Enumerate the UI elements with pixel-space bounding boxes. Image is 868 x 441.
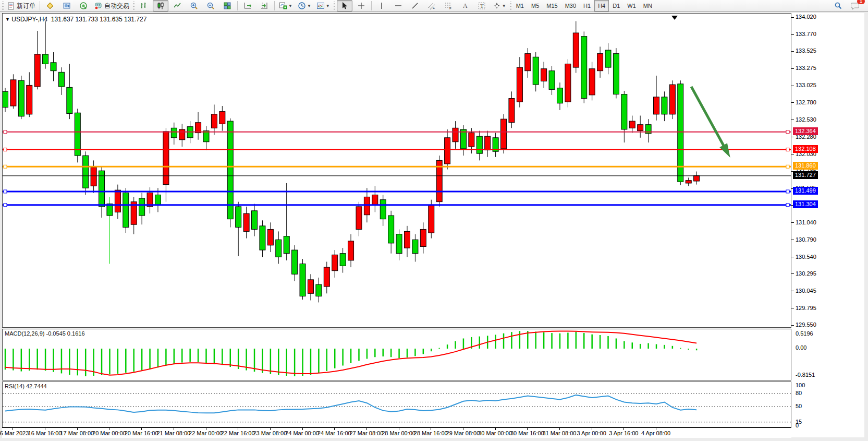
rsi-axis-label: 100 bbox=[796, 382, 805, 388]
price-axis-tick bbox=[791, 102, 794, 103]
cursor-arrow-icon bbox=[340, 2, 349, 10]
timeframe-W1[interactable]: W1 bbox=[624, 0, 640, 11]
price-axis-tick bbox=[791, 273, 794, 274]
tile-windows-button[interactable] bbox=[219, 0, 235, 11]
rsi-line bbox=[5, 395, 696, 413]
shift-marker-icon[interactable] bbox=[671, 16, 678, 20]
macd-axis-label: 0.00 bbox=[796, 344, 806, 351]
zoom-out-icon bbox=[206, 2, 215, 10]
equidistant-channel-icon: E bbox=[427, 2, 436, 10]
time-axis-label: 4 Apr 08:00 bbox=[632, 430, 679, 436]
price-axis-label: 131.040 bbox=[796, 219, 816, 225]
separator bbox=[40, 1, 40, 10]
price-axis-label: 133.025 bbox=[796, 82, 816, 88]
price-axis-tick bbox=[791, 154, 794, 154]
periods-button[interactable]: ▼ bbox=[296, 0, 313, 11]
symbol-header[interactable]: ▼ USDJPY-,H4 131.637 131.733 131.635 131… bbox=[5, 16, 146, 23]
timeframe-MN[interactable]: MN bbox=[640, 0, 656, 11]
crosshair-icon bbox=[357, 2, 365, 10]
timeframe-M5[interactable]: M5 bbox=[528, 0, 543, 11]
window-bottom-edge bbox=[0, 438, 868, 441]
macd-histogram bbox=[5, 331, 696, 376]
search-icon bbox=[834, 2, 842, 10]
chevron-down-icon: ▼ bbox=[326, 4, 330, 8]
zoom-in-icon bbox=[190, 2, 198, 10]
notifications-button[interactable]: 1 bbox=[847, 0, 863, 11]
trend-arrow[interactable] bbox=[691, 87, 730, 158]
price-axis-label: 129.795 bbox=[796, 305, 816, 311]
autotrade-label: 自动交易 bbox=[104, 2, 129, 10]
autotrade-icon bbox=[94, 2, 103, 10]
text-button[interactable]: A bbox=[457, 0, 473, 11]
trendline-icon bbox=[411, 2, 419, 10]
price-axis-tick bbox=[791, 240, 794, 240]
signal-icon bbox=[79, 2, 88, 10]
fibonacci-button[interactable]: F bbox=[441, 0, 456, 11]
chart-line-button[interactable] bbox=[169, 0, 185, 11]
horizontal-line-button[interactable] bbox=[390, 0, 406, 11]
timeframe-H4[interactable]: H4 bbox=[594, 0, 609, 11]
crosshair-button[interactable] bbox=[353, 0, 369, 11]
toolbar-drag-handle[interactable] bbox=[510, 2, 511, 10]
window-edge bbox=[864, 12, 868, 441]
search-button[interactable] bbox=[830, 0, 846, 11]
price-badge-131.304: 131.304 bbox=[793, 200, 818, 208]
horizontal-line-icon bbox=[394, 2, 402, 10]
symbol-dropdown-icon[interactable]: ▼ bbox=[5, 17, 10, 22]
main-chart-pane[interactable]: ▼ USDJPY-,H4 131.637 131.733 131.635 131… bbox=[2, 13, 791, 328]
price-axis-label: 129.550 bbox=[796, 321, 816, 328]
text-label-button[interactable]: T bbox=[474, 0, 490, 11]
toolbar-drag-handle[interactable] bbox=[2, 2, 4, 10]
candles-layer bbox=[3, 21, 700, 303]
horizontal-line-132.108[interactable] bbox=[3, 148, 791, 151]
price-axis-tick bbox=[791, 308, 794, 308]
chart-bars-button[interactable] bbox=[136, 0, 152, 11]
horizontal-line-132.364[interactable] bbox=[3, 130, 791, 134]
channel-button[interactable]: E bbox=[424, 0, 439, 11]
indicators-button[interactable]: ▼ bbox=[277, 0, 295, 11]
horizontal-line-131.860[interactable] bbox=[3, 165, 791, 168]
timeframe-H1[interactable]: H1 bbox=[580, 0, 594, 11]
autotrade-button[interactable]: 自动交易 bbox=[92, 0, 131, 11]
arrow-objects-icon bbox=[493, 2, 501, 10]
timeframe-M30[interactable]: M30 bbox=[561, 0, 580, 11]
templates-button[interactable]: ▼ bbox=[314, 0, 332, 11]
chart-candles-button[interactable] bbox=[153, 0, 168, 11]
candlestick-icon bbox=[156, 2, 165, 10]
timeframe-M1[interactable]: M1 bbox=[512, 0, 528, 11]
price-axis-tick bbox=[791, 51, 794, 52]
new-order-button[interactable]: 新订单 bbox=[5, 0, 38, 11]
separator bbox=[371, 1, 372, 10]
arrows-button[interactable]: ▼ bbox=[491, 0, 508, 11]
zoom-in-button[interactable] bbox=[186, 0, 202, 11]
chevron-down-icon: ▼ bbox=[307, 4, 311, 8]
toolbar-drag-handle[interactable] bbox=[334, 2, 335, 10]
toolbar-drag-handle[interactable] bbox=[133, 2, 135, 10]
rsi-axis-label: 50 bbox=[796, 403, 802, 409]
svg-text:E: E bbox=[433, 6, 435, 9]
price-axis-label: 132.530 bbox=[796, 116, 816, 123]
gold-diamond-icon bbox=[46, 2, 54, 10]
vertical-line-button[interactable] bbox=[374, 0, 389, 11]
time-axis[interactable]: 16 Mar 202316 Mar 16:0017 Mar 08:0020 Ma… bbox=[2, 427, 791, 438]
svg-text:T: T bbox=[480, 3, 484, 9]
trendline-button[interactable] bbox=[407, 0, 423, 11]
zoom-out-button[interactable] bbox=[203, 0, 218, 11]
auto-scroll-button[interactable] bbox=[240, 0, 255, 11]
timeframe-M15[interactable]: M15 bbox=[543, 0, 561, 11]
vertical-line-icon bbox=[377, 2, 386, 10]
data-window-button[interactable] bbox=[59, 0, 75, 11]
svg-text:A: A bbox=[463, 2, 468, 9]
rsi-axis-label: 80 bbox=[796, 390, 802, 396]
rsi-pane[interactable]: RSI(14) 42.7444 bbox=[2, 382, 791, 427]
strategy-tester-button[interactable] bbox=[76, 0, 91, 11]
macd-pane[interactable]: MACD(12,26,9) -0.0545 0.1616 bbox=[2, 329, 791, 380]
timeframe-group: M1M5M15M30H1H4D1W1MN bbox=[512, 0, 656, 11]
svg-text:F: F bbox=[449, 7, 451, 10]
price-axis-tick bbox=[791, 291, 794, 291]
price-badge-131.499: 131.499 bbox=[793, 187, 818, 195]
timeframe-D1[interactable]: D1 bbox=[609, 0, 624, 11]
chart-shift-button[interactable] bbox=[256, 0, 272, 11]
cursor-button[interactable] bbox=[337, 0, 352, 11]
market-watch-button[interactable] bbox=[42, 0, 58, 11]
